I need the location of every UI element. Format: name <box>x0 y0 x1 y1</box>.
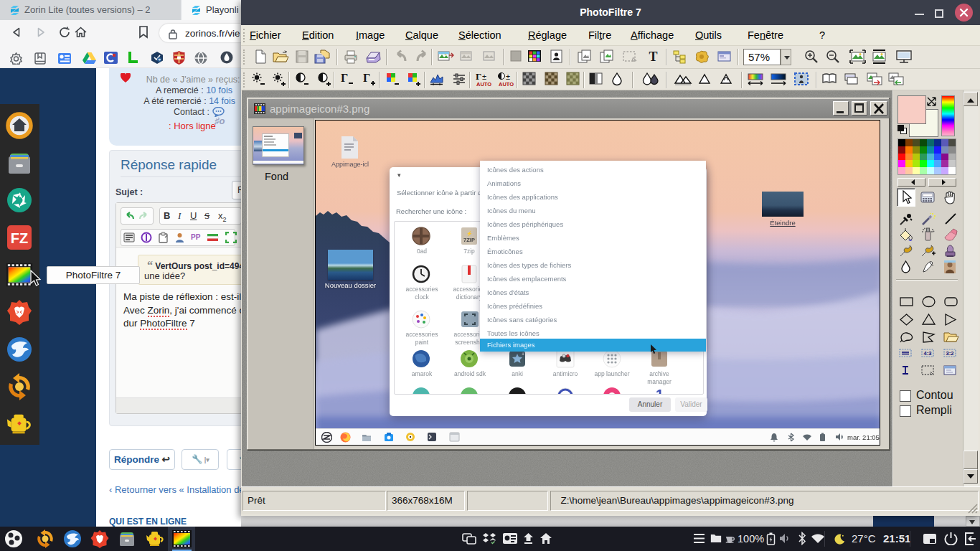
svg-text:Γ: Γ <box>363 72 370 84</box>
svg-text:+: + <box>522 352 524 357</box>
svg-text:AUTO: AUTO <box>476 81 491 88</box>
svg-text:Γ: Γ <box>476 72 481 82</box>
svg-text:7ZIP: 7ZIP <box>463 237 475 243</box>
svg-text:FZ: FZ <box>11 230 28 246</box>
svg-text:T: T <box>649 50 657 64</box>
svg-text:±: ± <box>482 72 486 81</box>
svg-text:AUTO: AUTO <box>499 81 514 88</box>
svg-text:QG: QG <box>464 393 474 395</box>
svg-text:⚡: ⚡ <box>466 230 473 237</box>
svg-text:3:2: 3:2 <box>946 350 954 357</box>
svg-text:Γ: Γ <box>341 72 348 84</box>
svg-text:±: ± <box>506 72 510 81</box>
svg-text:4:3: 4:3 <box>924 350 932 357</box>
